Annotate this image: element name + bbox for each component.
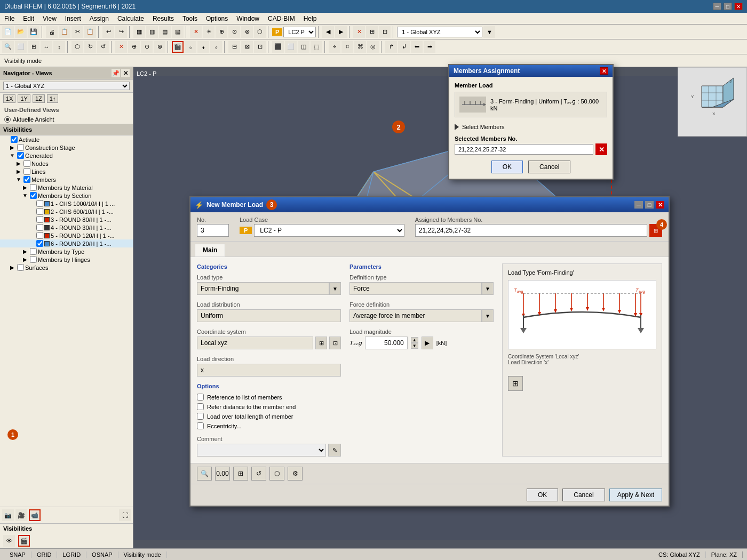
print-btn[interactable]: 🖨: [46, 26, 58, 38]
tb21[interactable]: 🔍: [2, 41, 14, 53]
nav-close-btn[interactable]: ✕: [121, 69, 130, 77]
tb32[interactable]: 🎬: [172, 41, 184, 53]
tb43[interactable]: ⌖: [329, 41, 340, 53]
tree-sec-2[interactable]: 2 - CHS 600/10/H | 1 -...: [0, 207, 133, 215]
tb24[interactable]: ↔: [41, 41, 52, 53]
tree-nodes[interactable]: ▶ Nodes: [0, 159, 133, 167]
force-def-dropdown-btn[interactable]: ▼: [482, 309, 494, 322]
load-dist-input[interactable]: [197, 309, 341, 322]
nml-lc-select[interactable]: LC2 - P: [254, 224, 404, 237]
tb14[interactable]: ⬡: [254, 26, 266, 38]
nav-current-view[interactable]: Aktuelle Ansicht: [0, 115, 133, 124]
tb35[interactable]: ⬨: [210, 41, 222, 53]
opt-refer-dist-input[interactable]: [197, 403, 204, 410]
lgrid-status[interactable]: LGRID: [57, 551, 86, 558]
nav-pin-btn[interactable]: 📌: [112, 69, 120, 77]
tree-sec-6[interactable]: 6 - ROUND 20/H | 1 -...: [0, 239, 133, 247]
opt-eccentricity-check[interactable]: Eccentricity...: [197, 422, 341, 429]
nml-ok-btn[interactable]: OK: [527, 489, 558, 501]
sec5-cb[interactable]: [36, 232, 43, 239]
tb45[interactable]: ⌘: [354, 41, 366, 53]
axis-1z[interactable]: 1Z: [33, 94, 45, 103]
opt-load-over-input[interactable]: [197, 413, 204, 420]
def-type-dropdown-btn[interactable]: ▼: [482, 282, 494, 295]
menu-file[interactable]: File: [0, 13, 19, 24]
tb2[interactable]: 📋: [59, 26, 70, 38]
tb46[interactable]: ◎: [367, 41, 379, 53]
opt-eccentricity-input[interactable]: [197, 422, 204, 429]
mhinge-cb[interactable]: [30, 256, 37, 263]
cs-checkbox[interactable]: [17, 144, 24, 151]
lines-checkbox[interactable]: [23, 168, 30, 175]
selected-members-input[interactable]: [455, 144, 593, 155]
osnap-status[interactable]: OSNAP: [86, 551, 118, 558]
nb-btn3[interactable]: 📹: [29, 509, 41, 521]
nml-no-input[interactable]: [197, 224, 229, 237]
menu-view[interactable]: View: [38, 13, 61, 24]
tb11[interactable]: ⊕: [216, 26, 227, 38]
snap-status[interactable]: SNAP: [4, 551, 31, 558]
open-btn[interactable]: 📂: [15, 26, 27, 38]
tb28[interactable]: ↺: [97, 41, 109, 53]
selected-members-clear-btn[interactable]: ✕: [595, 143, 607, 155]
axis-1x[interactable]: 1X: [3, 94, 15, 103]
tb9[interactable]: ✕: [190, 26, 202, 38]
tree-members[interactable]: ▼ Members: [0, 175, 133, 183]
save-btn[interactable]: 💾: [28, 26, 39, 38]
tree-members-material[interactable]: ▶ Members by Material: [0, 183, 133, 191]
tb15[interactable]: ◀: [322, 26, 334, 38]
opt-reference-check[interactable]: Reference to list of members: [197, 394, 341, 401]
sec-checkbox[interactable]: [30, 192, 37, 199]
tb22[interactable]: ⬜: [15, 41, 27, 53]
sec6-cb[interactable]: [36, 240, 43, 247]
menu-tools[interactable]: Tools: [178, 13, 202, 24]
nml-maximize[interactable]: □: [645, 201, 654, 209]
minimize-button[interactable]: ─: [713, 3, 721, 10]
tb3[interactable]: ✂: [71, 26, 83, 38]
tb38[interactable]: ⊡: [254, 41, 266, 53]
menu-edit[interactable]: Edit: [19, 13, 38, 24]
menu-window[interactable]: Window: [232, 13, 264, 24]
menu-assign[interactable]: Assign: [85, 13, 113, 24]
tb48[interactable]: ↲: [398, 41, 410, 53]
tb-cross2[interactable]: ✕: [115, 41, 127, 53]
undo-btn[interactable]: ↩: [102, 26, 114, 38]
tb37[interactable]: ⊠: [241, 41, 253, 53]
gen-checkbox[interactable]: [17, 152, 24, 159]
sec3-cb[interactable]: [36, 216, 43, 223]
tree-sec-1[interactable]: 1 - CHS 1000/10/H | 1 ...: [0, 199, 133, 207]
select-members-row[interactable]: Select Members: [455, 122, 607, 132]
grid-status[interactable]: GRID: [31, 551, 58, 558]
tb26[interactable]: ⬡: [71, 41, 83, 53]
tab-main[interactable]: Main: [195, 244, 225, 257]
tree-lines[interactable]: ▶ Lines: [0, 167, 133, 175]
nml-tool-2[interactable]: 0.00: [215, 467, 230, 481]
tb40[interactable]: ⬜: [285, 41, 297, 53]
nml-tool-5[interactable]: ⬡: [269, 467, 284, 481]
nml-tool-3[interactable]: ⊞: [233, 467, 248, 481]
nml-tool-1[interactable]: 🔍: [197, 467, 212, 481]
tb5[interactable]: ▦: [133, 26, 145, 38]
menu-help[interactable]: Help: [299, 13, 321, 24]
tb33[interactable]: ⬦: [185, 41, 196, 53]
nml-close[interactable]: ✕: [656, 201, 664, 209]
close-button[interactable]: ✕: [734, 3, 743, 10]
def-type-input[interactable]: [349, 282, 482, 295]
comment-select[interactable]: [197, 444, 326, 457]
menu-calculate[interactable]: Calculate: [113, 13, 148, 24]
ma-close-btn[interactable]: ✕: [600, 67, 608, 75]
tb13[interactable]: ⊗: [241, 26, 253, 38]
tb6[interactable]: ▥: [146, 26, 158, 38]
nb-btn2[interactable]: 🎥: [15, 509, 27, 521]
tree-generated[interactable]: ▼ Generated: [0, 151, 133, 159]
tb36[interactable]: ⊟: [228, 41, 240, 53]
tree-sec-3[interactable]: 3 - ROUND 80/H | 1 -...: [0, 215, 133, 223]
axis-1up[interactable]: 1↑: [47, 94, 59, 103]
comment-btn[interactable]: ✎: [328, 444, 341, 457]
nml-cancel-btn[interactable]: Cancel: [562, 489, 605, 501]
nml-tool-6[interactable]: ⚙: [288, 467, 303, 481]
menu-cad-bim[interactable]: CAD-BIM: [264, 13, 299, 24]
load-type-input[interactable]: [197, 282, 329, 295]
sec1-cb[interactable]: [36, 200, 43, 207]
tb4[interactable]: 📋: [84, 26, 96, 38]
